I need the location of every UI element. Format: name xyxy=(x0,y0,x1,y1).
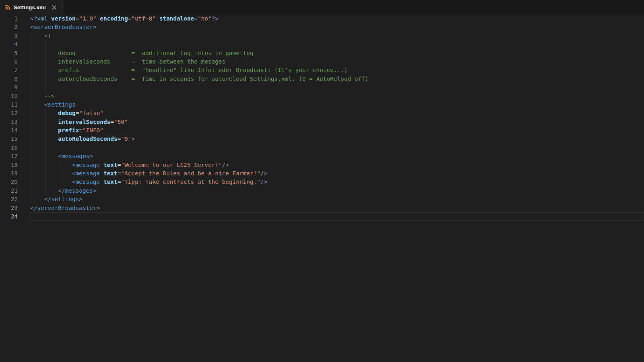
close-icon xyxy=(52,5,56,10)
indent-guide xyxy=(59,178,59,186)
code-line[interactable]: 16 xyxy=(0,144,644,152)
code-line[interactable]: 12 debug="false" xyxy=(0,109,644,117)
line-number: 2 xyxy=(0,23,18,31)
editor-pane[interactable]: 1<?xml version="1.0" encoding="utf-8" st… xyxy=(0,14,644,362)
code-line[interactable]: 24 xyxy=(0,212,644,221)
code-text: <message text="Tipp: Take contracts at t… xyxy=(18,178,644,186)
code-line[interactable]: 3 <!-- xyxy=(0,32,644,40)
indent-guide xyxy=(59,169,59,178)
code-line[interactable]: 1<?xml version="1.0" encoding="utf-8" st… xyxy=(0,14,644,23)
line-number: 24 xyxy=(0,212,18,221)
line-number: 17 xyxy=(0,152,18,160)
line-number: 8 xyxy=(0,75,18,83)
code-text xyxy=(18,212,644,221)
indent-guide xyxy=(45,49,45,58)
editor-window: Settings.xml 1<?xml version="1.0" encodi… xyxy=(0,0,644,362)
indent-guide xyxy=(31,161,31,169)
indent-guide xyxy=(31,152,31,160)
code-text: intervalSeconds="60" xyxy=(18,118,644,126)
code-text: </settings> xyxy=(18,195,644,204)
code-text: <message text="Welcome to our LS25 Serve… xyxy=(18,161,644,169)
code-line[interactable]: 23</serverBroadcaster> xyxy=(0,204,644,212)
line-number: 14 xyxy=(0,126,18,135)
code-text: <settings xyxy=(18,101,644,109)
code-text: <messages> xyxy=(18,152,644,160)
line-number: 20 xyxy=(0,178,18,186)
code-line[interactable]: 18 <message text="Welcome to our LS25 Se… xyxy=(0,161,644,169)
line-number: 4 xyxy=(0,40,18,49)
line-number: 23 xyxy=(0,204,18,212)
code-line[interactable]: 20 <message text="Tipp: Take contracts a… xyxy=(0,178,644,186)
indent-guide xyxy=(45,126,45,135)
line-number: 10 xyxy=(0,92,18,101)
tab-title: Settings.xml xyxy=(14,4,46,10)
code-line[interactable]: 17 <messages> xyxy=(0,152,644,160)
code-line[interactable]: 6 intervalSeconds = time between the mes… xyxy=(0,58,644,66)
code-text: </serverBroadcaster> xyxy=(18,204,644,212)
indent-guide xyxy=(31,49,31,58)
indent-guide xyxy=(45,66,45,74)
line-number: 3 xyxy=(0,32,18,40)
code-line[interactable]: 5 debug = additional log infos in game.l… xyxy=(0,49,644,58)
line-number: 21 xyxy=(0,187,18,195)
code-line[interactable]: 2<serverBroadcaster> xyxy=(0,23,644,31)
indent-guide xyxy=(31,75,31,83)
indent-guide xyxy=(45,118,45,126)
tab-close-button[interactable] xyxy=(50,3,58,11)
indent-guide xyxy=(31,195,31,204)
indent-guide xyxy=(31,92,31,101)
code-text: autoreloadSeconds = Time in seconds for … xyxy=(18,75,644,83)
code-text: <!-- xyxy=(18,32,644,40)
indent-guide xyxy=(45,161,45,169)
indent-guide xyxy=(45,178,45,186)
indent-guide xyxy=(31,40,31,49)
indent-guide xyxy=(31,32,31,40)
indent-guide xyxy=(31,66,31,74)
indent-guide xyxy=(45,83,45,92)
code-line[interactable]: 7 prefix = "headline" like Info: oder Br… xyxy=(0,66,644,74)
line-number: 19 xyxy=(0,169,18,178)
indent-guide xyxy=(31,101,31,109)
indent-guide xyxy=(31,144,31,152)
line-number: 18 xyxy=(0,161,18,169)
indent-guide xyxy=(31,135,31,143)
code-line[interactable]: 11 <settings xyxy=(0,101,644,109)
code-text: prefix="INFO" xyxy=(18,126,644,135)
indent-guide xyxy=(31,118,31,126)
code-line[interactable]: 13 intervalSeconds="60" xyxy=(0,118,644,126)
code-line[interactable]: 22 </settings> xyxy=(0,195,644,204)
tab-settings-xml[interactable]: Settings.xml xyxy=(0,0,63,14)
indent-guide xyxy=(45,152,45,160)
line-number: 6 xyxy=(0,58,18,66)
indent-guide xyxy=(45,144,45,152)
code-line[interactable]: 4 xyxy=(0,40,644,49)
code-line[interactable]: 14 prefix="INFO" xyxy=(0,126,644,135)
code-line[interactable]: 19 <message text="Accept the Rules and b… xyxy=(0,169,644,178)
code-line[interactable]: 9 xyxy=(0,83,644,92)
indent-guide xyxy=(31,83,31,92)
line-number: 22 xyxy=(0,195,18,204)
indent-guide xyxy=(31,169,31,178)
code-text: <message text="Accept the Rules and be a… xyxy=(18,169,644,178)
indent-guide xyxy=(31,178,31,186)
code-line[interactable]: 8 autoreloadSeconds = Time in seconds fo… xyxy=(0,75,644,83)
indent-guide xyxy=(31,58,31,66)
indent-guide xyxy=(45,40,45,49)
xml-file-icon xyxy=(4,4,11,10)
code-text: intervalSeconds = time between the mesag… xyxy=(18,58,644,66)
indent-guide xyxy=(31,109,31,117)
line-number: 5 xyxy=(0,49,18,58)
indent-guide xyxy=(59,161,59,169)
indent-guide xyxy=(45,169,45,178)
code-line[interactable]: 21 </messages> xyxy=(0,187,644,195)
code-lines: 1<?xml version="1.0" encoding="utf-8" st… xyxy=(0,14,644,221)
code-text: debug = additional log infos in game.log xyxy=(18,49,644,58)
line-number: 9 xyxy=(0,83,18,92)
code-line[interactable]: 10 --> xyxy=(0,92,644,101)
line-number: 1 xyxy=(0,14,18,23)
code-text: --> xyxy=(18,92,644,101)
code-text xyxy=(18,40,644,49)
line-number: 7 xyxy=(0,66,18,74)
code-line[interactable]: 15 autoReloadSeconds="0"> xyxy=(0,135,644,143)
code-text: <?xml version="1.0" encoding="utf-8" sta… xyxy=(18,14,644,23)
